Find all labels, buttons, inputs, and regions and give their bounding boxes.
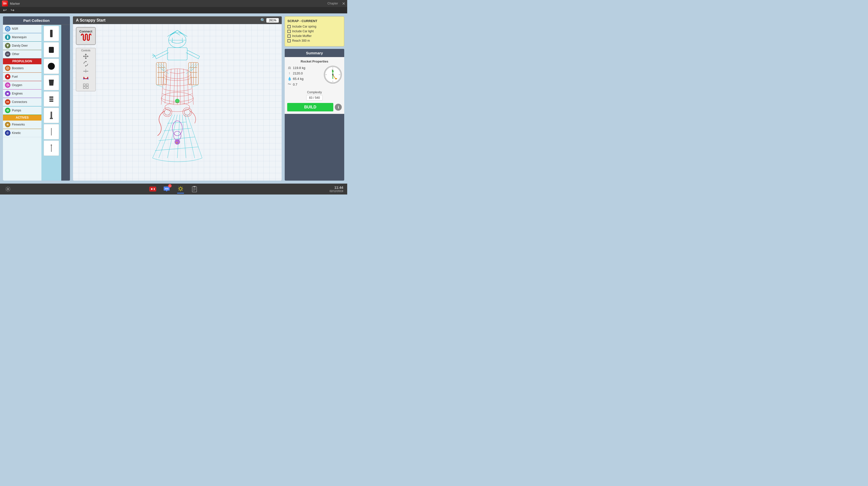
thrust-row: ↑ 2120.0 bbox=[287, 71, 321, 75]
clipboard-button[interactable] bbox=[190, 185, 199, 193]
svg-line-69 bbox=[182, 115, 186, 158]
build-mode-button[interactable] bbox=[176, 185, 185, 193]
part-item-dandy-deer[interactable]: Dandy Deer bbox=[3, 42, 41, 50]
center-header: A Scrappy Start 🔍 281% bbox=[73, 17, 282, 24]
scrap-checkbox-1[interactable] bbox=[287, 25, 291, 28]
undo-button[interactable]: ↩ bbox=[2, 7, 8, 13]
build-button[interactable]: BUILD bbox=[287, 103, 333, 112]
svg-point-4 bbox=[7, 54, 8, 55]
svg-point-10 bbox=[6, 101, 7, 102]
part-item-boosters[interactable]: Boosters bbox=[3, 64, 41, 72]
part-item-other[interactable]: Other bbox=[3, 50, 41, 58]
fuel-label: Fuel bbox=[12, 75, 18, 79]
scrap-item-2: Include Car light bbox=[287, 30, 341, 33]
thumb-7[interactable] bbox=[44, 124, 59, 140]
fuel-value: 65.4 kg bbox=[293, 77, 304, 81]
connect-button[interactable]: Connect bbox=[76, 27, 96, 45]
controls-title: Controls bbox=[77, 49, 94, 52]
pumps-icon bbox=[5, 108, 10, 113]
part-item-nsr[interactable]: NSR bbox=[3, 25, 41, 33]
svg-point-86 bbox=[332, 74, 334, 75]
kinetic-icon bbox=[5, 130, 10, 136]
mass-value: 119.8 kg bbox=[293, 66, 305, 70]
part-item-engines[interactable]: Engines bbox=[3, 90, 41, 98]
rotate-control[interactable] bbox=[82, 60, 90, 67]
pumps-label: Pumps bbox=[12, 109, 21, 112]
svg-rect-19 bbox=[49, 96, 53, 98]
scrap-checkbox-3[interactable] bbox=[287, 34, 291, 38]
svg-text:O₂: O₂ bbox=[7, 84, 9, 86]
compass-display: N bbox=[324, 66, 342, 84]
scrap-text-2: Include Car light bbox=[292, 30, 314, 33]
svg-point-64 bbox=[184, 109, 190, 115]
scrap-item-4: Reach 300 m bbox=[287, 39, 341, 42]
mannequin-icon bbox=[5, 34, 10, 40]
thumb-3[interactable] bbox=[44, 59, 59, 74]
scrap-checkbox-2[interactable] bbox=[287, 30, 291, 33]
svg-line-42 bbox=[184, 69, 184, 104]
info-button[interactable]: ℹ bbox=[335, 104, 342, 111]
part-item-oxygen[interactable]: O₂ Oxygen bbox=[3, 81, 41, 89]
part-item-fuel[interactable]: Fuel bbox=[3, 73, 41, 81]
svg-line-70 bbox=[185, 115, 195, 158]
thumb-5[interactable] bbox=[44, 91, 59, 107]
svg-line-44 bbox=[191, 74, 193, 105]
redo-button[interactable]: ↪ bbox=[10, 7, 16, 13]
close-button[interactable]: ✕ bbox=[342, 1, 345, 6]
zoom-value[interactable]: 281% bbox=[266, 18, 279, 23]
app-logo: Blt bbox=[2, 0, 8, 6]
magnet-control[interactable] bbox=[82, 75, 90, 82]
svg-line-36 bbox=[161, 74, 164, 105]
svg-point-18 bbox=[48, 63, 55, 70]
svg-point-1 bbox=[7, 36, 8, 37]
thumb-8[interactable] bbox=[44, 141, 59, 156]
svg-rect-20 bbox=[49, 98, 53, 100]
oxygen-icon: O₂ bbox=[5, 82, 10, 88]
controls-panel: Controls bbox=[76, 48, 96, 91]
thrust-icon: ↑ bbox=[287, 71, 292, 75]
thumb-2[interactable] bbox=[44, 42, 59, 58]
part-item-fireworks[interactable]: Fireworks bbox=[3, 121, 41, 129]
move-control[interactable] bbox=[82, 53, 90, 60]
scale-control[interactable] bbox=[82, 68, 90, 75]
properties-area: ⚖ 119.8 kg ↑ 2120.0 💧 65.4 kg 〜 bbox=[287, 66, 342, 88]
svg-point-89 bbox=[154, 188, 155, 189]
complexity-label: Complexity bbox=[287, 91, 342, 94]
other-label: Other bbox=[12, 52, 19, 56]
fireworks-icon bbox=[5, 122, 10, 127]
grid-control[interactable] bbox=[82, 83, 90, 90]
summary-panel: Summary Rocket Properties ⚖ 119.8 kg ↑ 2… bbox=[285, 49, 344, 181]
scrap-item-3: Include Muffler bbox=[287, 34, 341, 38]
thumb-4[interactable] bbox=[44, 75, 59, 90]
dandy-deer-label: Dandy Deer bbox=[12, 44, 28, 48]
svg-line-65 bbox=[153, 115, 173, 158]
svg-line-71 bbox=[187, 115, 202, 158]
active-indicator bbox=[177, 193, 184, 193]
part-item-connectors[interactable]: Connectors bbox=[3, 98, 41, 106]
svg-point-45 bbox=[175, 99, 179, 103]
summary-title: Summary bbox=[285, 49, 344, 57]
part-item-kinetic[interactable]: Kinetic bbox=[3, 129, 41, 137]
fuel-row: 💧 65.4 kg bbox=[287, 77, 321, 81]
taskbar-right: 11:44 02/12/2019 bbox=[330, 186, 343, 192]
chapter-label: Chapter bbox=[328, 2, 338, 5]
game-button[interactable] bbox=[148, 185, 157, 193]
scrap-checkbox-4[interactable] bbox=[287, 39, 291, 42]
part-item-pumps[interactable]: Pumps bbox=[3, 107, 41, 115]
fuel-prop-icon: 💧 bbox=[287, 77, 292, 81]
zoom-icon: 🔍 bbox=[260, 18, 266, 23]
fuel-icon bbox=[5, 74, 10, 80]
titlebar: Blt Marker Chapter ✕ bbox=[0, 0, 347, 7]
thumb-6[interactable] bbox=[44, 108, 59, 123]
part-item-mannequin[interactable]: Mannequin bbox=[3, 33, 41, 41]
settings-button[interactable] bbox=[4, 185, 12, 193]
thumb-1[interactable] bbox=[44, 26, 59, 41]
chat-button[interactable]: 1 bbox=[162, 185, 171, 193]
svg-point-62 bbox=[164, 109, 170, 115]
svg-rect-16 bbox=[50, 30, 53, 37]
scrap-text-3: Include Muffler bbox=[292, 34, 312, 38]
canvas-area[interactable]: Connect Controls bbox=[73, 24, 282, 181]
center-panel: A Scrappy Start 🔍 281% Connect Controls bbox=[73, 17, 282, 181]
titlebar-left: Blt Marker bbox=[2, 0, 20, 6]
taskbar-center: 1 bbox=[148, 185, 199, 193]
